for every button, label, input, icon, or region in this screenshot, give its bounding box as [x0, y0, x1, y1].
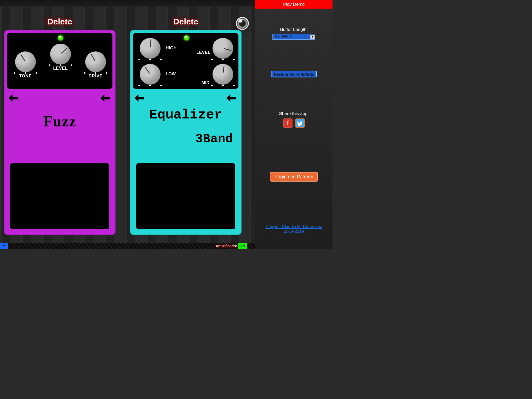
patreon-section: Página en Patreon: [255, 128, 332, 182]
pedal-led-icon: [58, 35, 63, 41]
add-button[interactable]: +: [0, 243, 8, 249]
knob-label: LEVEL: [196, 50, 210, 55]
pedal-body: Equalizer 3Band: [131, 92, 241, 234]
arrow-left-icon: [135, 94, 145, 102]
pedal-equalizer: HIGH LEVEL LOW MID: [130, 30, 242, 235]
pedal-fuzz: TONE LEVEL DRIVE Fuzz: [4, 30, 116, 235]
pedal-knob-panel: TONE LEVEL DRIVE: [7, 33, 112, 89]
pedal-name-label: Equalizer: [131, 107, 241, 123]
chevron-down-icon: ▼: [310, 35, 315, 39]
arrow-left-icon: [101, 94, 111, 102]
share-section: Share this app: f: [255, 111, 332, 128]
share-label: Share this app:: [255, 111, 332, 116]
knob-label: LOW: [166, 72, 176, 76]
knob-mid[interactable]: [212, 64, 233, 85]
sidebar: Play Demo Buffer Length: 512(Default) ▼ …: [255, 0, 332, 249]
amplifier-label: Amplificador: [216, 243, 237, 249]
pedal-footswitch[interactable]: [136, 163, 235, 229]
knob-tone[interactable]: TONE: [15, 51, 36, 78]
output-jack-icon: [236, 17, 249, 30]
knob-level[interactable]: [212, 38, 233, 59]
pedal-board: Delete Delete TONE LEVEL D: [0, 6, 255, 243]
pedal-name-label: Fuzz: [5, 112, 115, 130]
twitter-icon[interactable]: [295, 118, 305, 128]
buffer-length-value: 512(Default): [274, 34, 292, 38]
pedal-name-label: 3Band: [131, 132, 241, 146]
knob-low[interactable]: [140, 64, 161, 85]
pedal-knob-panel: HIGH LEVEL LOW MID: [133, 33, 238, 89]
knob-level[interactable]: LEVEL: [50, 44, 71, 71]
knob-high[interactable]: [140, 38, 161, 59]
buffer-section: Buffer Length: 512(Default) ▼: [255, 27, 332, 40]
arrow-left-icon: [227, 94, 237, 102]
knob-label: HIGH: [166, 46, 177, 50]
play-demo-button[interactable]: Play Demo: [255, 0, 332, 9]
buffer-length-label: Buffer Length:: [255, 27, 332, 32]
patreon-button[interactable]: Página en Patreon: [270, 172, 318, 182]
amplifier-toggle[interactable]: ON: [238, 243, 247, 249]
facebook-icon[interactable]: f: [283, 118, 292, 128]
top-divider: [0, 0, 255, 6]
bottom-bar: + Amplificador ON: [0, 243, 255, 249]
delete-pedal-button[interactable]: Delete: [130, 17, 242, 26]
delete-pedal-button[interactable]: Delete: [4, 17, 116, 26]
pedal-footswitch[interactable]: [10, 163, 109, 229]
reset-effects-button[interactable]: Reiniciar Guitar-Effects: [271, 71, 317, 77]
knob-label: MID: [202, 81, 210, 85]
buffer-length-select[interactable]: 512(Default) ▼: [272, 34, 315, 40]
pedal-body: Fuzz: [5, 92, 115, 234]
reset-section: Reiniciar Guitar-Effects: [255, 40, 332, 77]
pedal-led-icon: [184, 35, 189, 41]
arrow-left-icon: [9, 94, 19, 102]
copyleft-link[interactable]: Copyleft Claudio M. Carrazana2014-2019: [255, 224, 332, 234]
knob-drive[interactable]: DRIVE: [85, 51, 106, 78]
